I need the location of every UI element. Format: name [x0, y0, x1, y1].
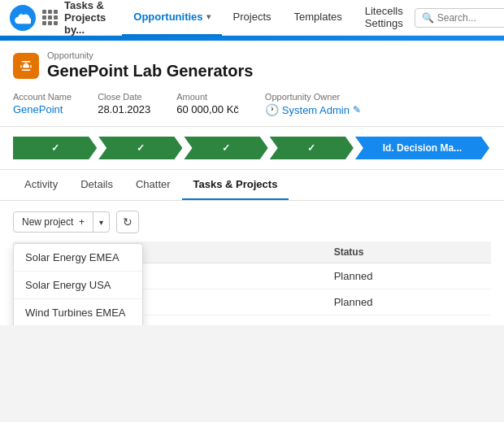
- owner-link[interactable]: 🕐 System Admin ✎: [265, 103, 361, 116]
- stage-3[interactable]: ✓: [184, 137, 267, 159]
- stage-bar: ✓ ✓ ✓ ✓ Id. Decision Ma...: [0, 127, 504, 170]
- opportunity-header: Opportunity GenePoint Lab Generators Acc…: [0, 41, 504, 127]
- search-icon: 🔍: [422, 12, 434, 24]
- content-area: New project + ▾ ↻ Solar Energy EMEA Sola…: [0, 201, 504, 325]
- row-1-status: Planned: [328, 296, 491, 308]
- dropdown-menu: Solar Energy EMEA Solar Energy USA Wind …: [13, 243, 143, 325]
- field-amount: Amount 60 000,00 Kč: [176, 92, 239, 116]
- tab-chatter[interactable]: Chatter: [124, 170, 182, 200]
- account-name-link[interactable]: GenePoint: [13, 103, 72, 115]
- field-close-date: Close Date 28.01.2023: [98, 92, 150, 116]
- nav-projects[interactable]: Projects: [222, 0, 283, 36]
- salesforce-logo: [10, 5, 36, 31]
- nav-templates[interactable]: Templates: [283, 0, 354, 36]
- opportunity-title: GenePoint Lab Generators: [47, 62, 253, 80]
- app-title: Tasks & Projects by...: [64, 0, 106, 36]
- tab-activity[interactable]: Activity: [13, 170, 69, 200]
- field-owner: Opportunity Owner 🕐 System Admin ✎: [265, 92, 361, 116]
- nav-litecells-settings[interactable]: Litecells Settings: [354, 0, 415, 36]
- toolbar: New project + ▾ ↻: [13, 211, 491, 233]
- row-0-status: Planned: [328, 270, 491, 282]
- stage-2[interactable]: ✓: [98, 137, 182, 159]
- svg-rect-0: [24, 63, 28, 67]
- col-status-header: Status: [328, 246, 491, 258]
- search-input[interactable]: [437, 12, 504, 24]
- nav-opportunities[interactable]: Opportunities ▾: [122, 0, 221, 36]
- new-project-dropdown-arrow[interactable]: ▾: [93, 214, 109, 231]
- owner-edit-icon: ✎: [353, 104, 361, 115]
- stages: ✓ ✓ ✓ ✓ Id. Decision Ma...: [13, 137, 491, 159]
- owner-avatar-icon: 🕐: [265, 103, 279, 116]
- refresh-button[interactable]: ↻: [116, 211, 139, 233]
- nav-area: Opportunities ▾ Projects Templates Litec…: [122, 0, 414, 36]
- search-box[interactable]: 🔍: [415, 8, 504, 28]
- tab-details[interactable]: Details: [69, 170, 124, 200]
- stage-5[interactable]: Id. Decision Ma...: [355, 137, 489, 159]
- new-project-label[interactable]: New project +: [14, 212, 93, 232]
- grid-icon[interactable]: [42, 10, 58, 26]
- tab-tasks-projects[interactable]: Tasks & Projects: [182, 170, 289, 200]
- fields-row: Account Name GenePoint Close Date 28.01.…: [13, 92, 491, 116]
- stage-4[interactable]: ✓: [270, 137, 354, 159]
- new-project-button[interactable]: New project + ▾: [13, 211, 110, 233]
- dropdown-item-0[interactable]: Solar Energy EMEA: [14, 244, 142, 272]
- opportunity-breadcrumb: Opportunity: [47, 50, 253, 60]
- stage-1[interactable]: ✓: [13, 137, 97, 159]
- tabs-area: Activity Details Chatter Tasks & Project…: [0, 170, 504, 201]
- nav-dropdown-arrow: ▾: [206, 12, 211, 21]
- top-bar: Tasks & Projects by... Opportunities ▾ P…: [0, 0, 504, 36]
- refresh-icon: ↻: [123, 215, 133, 228]
- dropdown-item-1[interactable]: Solar Energy USA: [14, 272, 142, 299]
- field-account-name: Account Name GenePoint: [13, 92, 72, 116]
- opportunity-icon: [13, 53, 39, 79]
- dropdown-item-2[interactable]: Wind Turbines EMEA: [14, 299, 142, 325]
